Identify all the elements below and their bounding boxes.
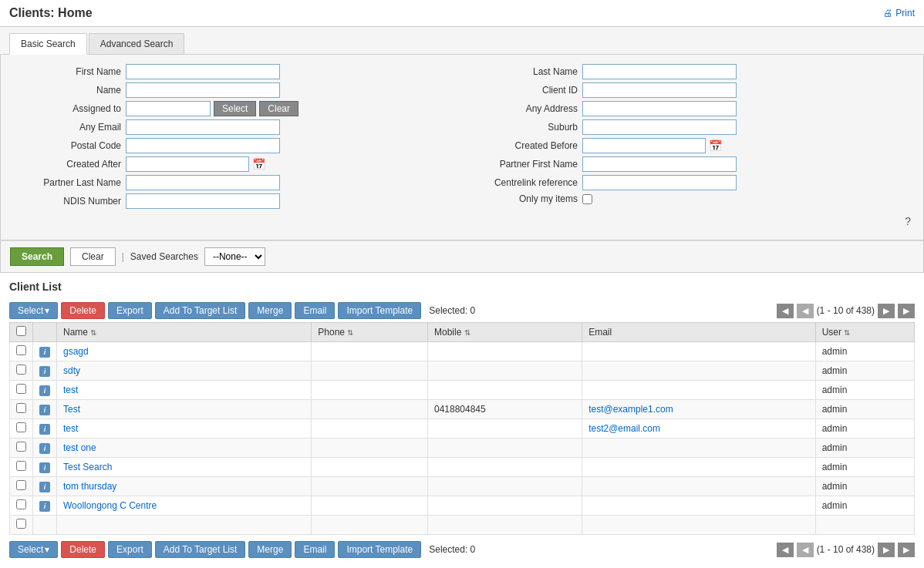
delete-button[interactable]: Delete: [61, 302, 105, 319]
client-name-link[interactable]: sdty: [63, 365, 80, 376]
email-button-bottom[interactable]: Email: [295, 541, 335, 558]
last-name-input[interactable]: [582, 64, 737, 79]
info-icon[interactable]: i: [39, 462, 50, 473]
client-list-section: Client List Select ▾ Delete Export Add T…: [0, 273, 924, 568]
row-checkbox[interactable]: [16, 461, 26, 471]
tab-advanced-search[interactable]: Advanced Search: [89, 33, 185, 54]
search-button[interactable]: Search: [10, 247, 64, 266]
row-checkbox[interactable]: [16, 480, 26, 490]
merge-button[interactable]: Merge: [248, 302, 292, 319]
clear-button[interactable]: Clear: [70, 247, 116, 266]
mobile-cell: [427, 419, 582, 439]
client-name-link[interactable]: Test Search: [63, 462, 112, 472]
next-page-button2-top[interactable]: ▶: [898, 304, 915, 318]
delete-button-bottom[interactable]: Delete: [61, 541, 105, 558]
table-row: iTest Searchadmin: [10, 458, 915, 477]
last-name-label: Last Name: [470, 66, 578, 77]
client-name-link[interactable]: test: [63, 385, 78, 395]
select-dropdown-button[interactable]: Select ▾: [9, 302, 58, 319]
name-sort-icon[interactable]: ⇅: [90, 328, 96, 337]
row-checkbox[interactable]: [16, 499, 26, 509]
client-name-link[interactable]: test one: [63, 442, 96, 453]
print-link[interactable]: 🖨 Print: [883, 8, 915, 18]
partner-first-name-row: Partner First Name: [470, 156, 911, 172]
saved-searches-select[interactable]: --None--: [204, 247, 265, 266]
export-button-bottom[interactable]: Export: [108, 541, 152, 558]
import-template-button-bottom[interactable]: Import Template: [338, 541, 421, 558]
merge-button-bottom[interactable]: Merge: [248, 541, 292, 558]
row-checkbox[interactable]: [16, 345, 26, 355]
top-toolbar: Select ▾ Delete Export Add To Target Lis…: [9, 299, 915, 322]
name-header[interactable]: Name ⇅: [57, 323, 312, 342]
prev-page-button-bottom[interactable]: ◀: [777, 543, 794, 557]
info-icon[interactable]: i: [39, 347, 50, 358]
postal-code-input[interactable]: [126, 138, 280, 153]
info-icon[interactable]: i: [39, 443, 50, 454]
next-page-button-top[interactable]: ▶: [878, 304, 895, 318]
ndis-number-input[interactable]: [126, 193, 280, 209]
assigned-to-input[interactable]: [126, 101, 211, 116]
client-name-link[interactable]: test: [63, 423, 78, 434]
name-input[interactable]: [126, 82, 280, 98]
prev-page-button-top[interactable]: ◀: [777, 304, 794, 318]
pagination-info-top: (1 - 10 of 438): [817, 305, 875, 316]
created-after-calendar-icon[interactable]: 📅: [252, 158, 265, 170]
help-icon[interactable]: ?: [13, 212, 911, 230]
row-checkbox[interactable]: [16, 384, 26, 394]
info-icon[interactable]: i: [39, 405, 50, 415]
row-checkbox[interactable]: [16, 422, 26, 432]
mobile-sort-icon[interactable]: ⇅: [464, 328, 470, 337]
row-checkbox[interactable]: [16, 365, 26, 375]
prev-page-button2-top[interactable]: ◀: [797, 304, 814, 318]
table-row: igsagdadmin: [10, 342, 915, 361]
last-name-row: Last Name: [470, 64, 911, 79]
select-dropdown-button-bottom[interactable]: Select ▾: [9, 541, 58, 558]
client-name-link[interactable]: Test: [63, 404, 80, 415]
next-page-button-bottom[interactable]: ▶: [878, 543, 895, 557]
info-icon[interactable]: i: [39, 501, 50, 512]
add-to-target-list-button-bottom[interactable]: Add To Target List: [155, 541, 246, 558]
assigned-clear-button[interactable]: Clear: [259, 101, 298, 116]
user-cell: admin: [815, 342, 914, 361]
client-name-link[interactable]: gsagd: [63, 346, 89, 357]
mobile-header[interactable]: Mobile ⇅: [427, 323, 582, 342]
client-name-link[interactable]: Woollongong C Centre: [63, 500, 157, 511]
email-link[interactable]: test@example1.com: [588, 404, 673, 415]
import-template-button-top[interactable]: Import Template: [338, 302, 421, 319]
user-header[interactable]: User ⇅: [815, 323, 914, 342]
prev-page-button2-bottom[interactable]: ◀: [797, 543, 814, 557]
info-icon[interactable]: i: [39, 482, 50, 492]
user-sort-icon[interactable]: ⇅: [844, 328, 850, 337]
phone-sort-icon[interactable]: ⇅: [347, 328, 353, 337]
centrelink-ref-input[interactable]: [582, 175, 737, 190]
email-link[interactable]: test2@email.com: [588, 423, 660, 434]
any-address-input[interactable]: [582, 101, 737, 116]
first-name-input[interactable]: [126, 64, 280, 79]
email-button[interactable]: Email: [295, 302, 335, 319]
email-header: Email: [582, 323, 816, 342]
phone-header[interactable]: Phone ⇅: [312, 323, 428, 342]
client-id-input[interactable]: [582, 82, 737, 98]
info-icon[interactable]: i: [39, 385, 50, 396]
add-to-target-list-button[interactable]: Add To Target List: [155, 302, 246, 319]
created-before-calendar-icon[interactable]: 📅: [709, 139, 722, 152]
partner-last-name-input[interactable]: [126, 175, 280, 190]
mobile-cell: [427, 458, 582, 477]
partner-first-name-input[interactable]: [582, 156, 737, 172]
info-icon[interactable]: i: [39, 424, 50, 435]
tab-basic-search[interactable]: Basic Search: [9, 33, 87, 55]
info-icon[interactable]: i: [39, 366, 50, 377]
only-my-items-checkbox[interactable]: [582, 194, 592, 204]
client-name-link[interactable]: tom thursday: [63, 481, 116, 492]
export-button[interactable]: Export: [108, 302, 152, 319]
next-page-button2-bottom[interactable]: ▶: [898, 543, 915, 557]
suburb-input[interactable]: [582, 119, 737, 135]
select-all-checkbox[interactable]: [16, 326, 26, 336]
assigned-select-button[interactable]: Select: [214, 101, 256, 116]
any-email-input[interactable]: [126, 119, 280, 135]
row-checkbox[interactable]: [16, 442, 26, 452]
created-after-input[interactable]: [126, 156, 249, 172]
row-checkbox[interactable]: [16, 519, 26, 529]
created-before-input[interactable]: [582, 138, 706, 153]
row-checkbox[interactable]: [16, 403, 26, 413]
